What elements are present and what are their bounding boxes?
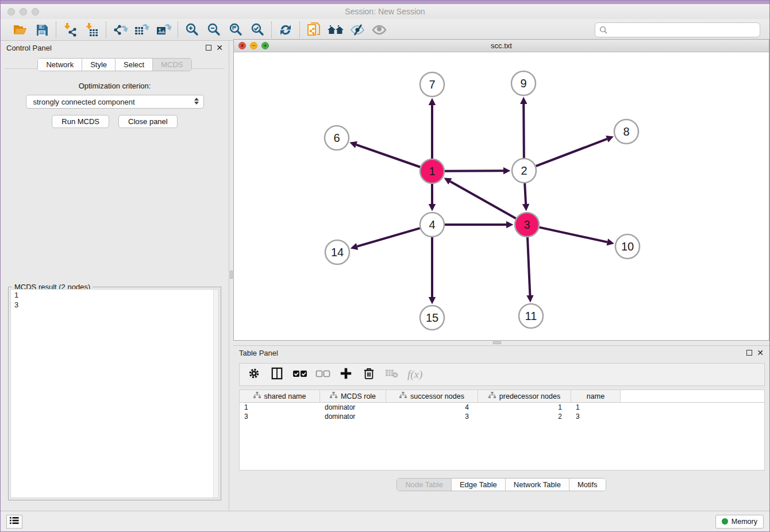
network-minimize-button[interactable]: − — [250, 42, 257, 49]
cell-MCDS-role[interactable]: dominator — [320, 412, 386, 421]
cell-shared-name[interactable]: 1 — [240, 403, 320, 412]
delete-table-icon — [385, 368, 399, 381]
column-header-name[interactable]: name — [571, 390, 621, 402]
graph-node-label-15: 15 — [426, 311, 438, 324]
graph-edge-1-6[interactable] — [356, 145, 420, 167]
node-table: shared nameMCDS rolesuccessor nodesprede… — [239, 390, 765, 471]
refresh-button[interactable] — [276, 21, 295, 38]
cell-MCDS-role[interactable]: dominator — [320, 403, 386, 412]
cell-shared-name[interactable]: 3 — [240, 412, 320, 421]
status-bar: Memory — [1, 511, 769, 531]
zoom-out-button[interactable] — [205, 21, 223, 38]
show-columns-button[interactable] — [270, 367, 284, 382]
zoom-selected-button[interactable] — [248, 21, 267, 38]
network-canvas[interactable]: 7968124314101511 — [234, 52, 769, 340]
graph-edge-3-1[interactable] — [450, 182, 515, 219]
home-icon — [327, 23, 344, 37]
run-mcds-button[interactable]: Run MCDS — [52, 115, 109, 128]
titlebar: Session: New Session — [1, 4, 769, 19]
zoom-window-button[interactable] — [32, 8, 39, 16]
export-table-icon — [134, 22, 150, 37]
graph-node-label-6: 6 — [333, 132, 340, 144]
apply-function-button[interactable]: f(x) — [407, 368, 422, 381]
close-table-panel-icon[interactable] — [757, 349, 764, 357]
graph-edge-1-2[interactable] — [445, 171, 503, 171]
search-input[interactable] — [595, 22, 760, 37]
import-table-button[interactable] — [83, 21, 101, 38]
table-settings-button[interactable] — [247, 367, 261, 382]
cell-predecessor-nodes[interactable]: 2 — [478, 412, 571, 421]
task-history-button[interactable] — [6, 515, 22, 529]
graph-edge-3-11[interactable] — [528, 237, 530, 295]
column-header-predecessor-nodes[interactable]: predecessor nodes — [478, 390, 571, 402]
tab-style[interactable]: Style — [82, 59, 116, 71]
duplicate-network-icon — [306, 22, 321, 38]
minimize-window-button[interactable] — [20, 8, 27, 16]
zoom-in-button[interactable] — [183, 21, 201, 38]
import-network-button[interactable] — [61, 21, 79, 38]
float-panel-icon[interactable] — [206, 45, 211, 51]
splitter-handle[interactable] — [230, 271, 233, 279]
tab-motifs[interactable]: Motifs — [569, 479, 606, 491]
horizontal-splitter[interactable] — [233, 341, 769, 345]
control-panel: Control Panel NetworkStyleSelectMCDS Opt… — [1, 41, 229, 511]
deselect-all-button[interactable] — [315, 367, 330, 382]
export-table-button[interactable] — [133, 21, 151, 38]
column-label: successor nodes — [410, 392, 464, 400]
tab-edge-table[interactable]: Edge Table — [452, 479, 506, 491]
criterion-dropdown[interactable]: strongly connected component — [26, 95, 204, 109]
cell-successor-nodes[interactable]: 3 — [386, 412, 478, 421]
cell-name[interactable]: 3 — [571, 412, 621, 421]
close-panel-icon[interactable] — [216, 44, 223, 52]
export-image-button[interactable] — [155, 21, 173, 38]
cell-name[interactable]: 1 — [571, 403, 621, 412]
column-header-successor-nodes[interactable]: successor nodes — [386, 390, 478, 402]
tab-select[interactable]: Select — [116, 59, 153, 71]
tab-network[interactable]: Network — [38, 59, 82, 71]
show-all-button[interactable] — [370, 21, 388, 38]
close-window-button[interactable] — [7, 8, 15, 16]
select-all-button[interactable] — [292, 367, 307, 382]
application-window: Session: New Session — [0, 0, 770, 532]
memory-status-icon — [722, 518, 728, 525]
mcds-result-text[interactable]: 1 3 — [10, 289, 219, 498]
column-label: MCDS role — [341, 392, 376, 400]
graph-edge-2-8[interactable] — [536, 139, 607, 166]
cell-successor-nodes[interactable]: 4 — [386, 403, 478, 412]
graph-edge-4-14[interactable] — [357, 228, 420, 246]
network-maximize-button[interactable]: + — [261, 42, 269, 49]
home-button[interactable] — [326, 21, 345, 38]
open-session-button[interactable] — [11, 21, 29, 38]
window-controls — [7, 8, 39, 16]
tab-mcds[interactable]: MCDS — [153, 59, 191, 71]
graph-node-label-9: 9 — [520, 77, 526, 90]
network-close-button[interactable]: x — [238, 42, 246, 49]
graph-node-label-1: 1 — [429, 165, 435, 178]
add-column-button[interactable] — [338, 367, 353, 382]
splitter-handle[interactable] — [493, 341, 501, 344]
graph-edge-3-10[interactable] — [539, 228, 607, 242]
column-header-MCDS-role[interactable]: MCDS role — [320, 390, 386, 402]
hide-selected-button[interactable] — [348, 21, 367, 38]
tab-network-table[interactable]: Network Table — [506, 479, 569, 491]
memory-button[interactable]: Memory — [715, 515, 764, 529]
graph-edge-2-3[interactable] — [525, 183, 526, 204]
close-panel-button[interactable]: Close panel — [118, 115, 178, 128]
delete-table-button[interactable] — [384, 367, 399, 382]
zoom-fit-button[interactable] — [226, 21, 245, 38]
save-session-button[interactable] — [33, 21, 51, 38]
result-scrollbar[interactable] — [213, 290, 218, 498]
tab-node-table[interactable]: Node Table — [397, 479, 452, 491]
float-table-panel-icon[interactable] — [746, 350, 752, 356]
duplicate-network-button[interactable] — [305, 21, 323, 38]
export-network-button[interactable] — [111, 21, 129, 38]
column-type-icon — [399, 392, 407, 400]
delete-column-button[interactable] — [361, 367, 376, 382]
vertical-splitter[interactable] — [229, 41, 233, 511]
graph-edge-2-9[interactable] — [523, 104, 524, 158]
column-header-shared-name[interactable]: shared name — [240, 390, 320, 402]
cell-predecessor-nodes[interactable]: 1 — [478, 403, 571, 412]
open-folder-icon — [13, 23, 28, 37]
graph-node-label-3: 3 — [523, 218, 530, 231]
eye-icon — [371, 23, 387, 37]
